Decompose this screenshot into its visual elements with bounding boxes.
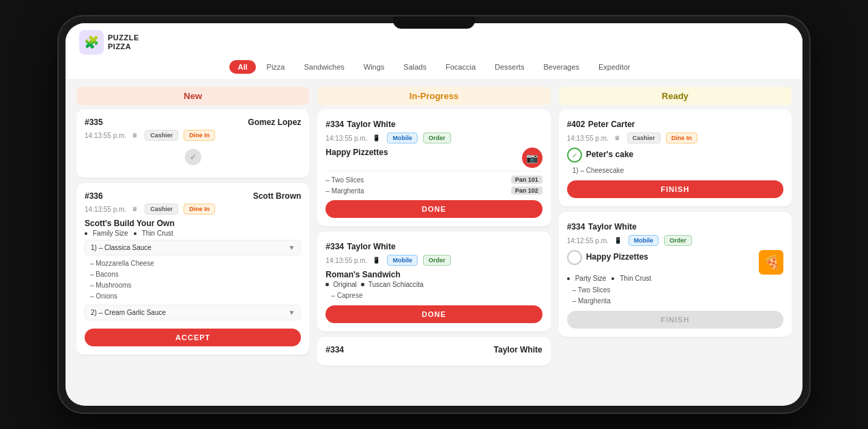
customer-scott: Scott Brown — [253, 191, 302, 201]
dot-crust-ready — [611, 277, 614, 280]
card-gomez-lopez: #335 Gomez Lopez 14:13:55 p.m. 🖥 Cashier… — [76, 109, 309, 178]
chevron-sauce2: ▼ — [288, 309, 295, 316]
card-meta-334-ready: 14:12:55 p.m. 📱 Mobile Order — [567, 235, 783, 246]
col-header-new: New — [76, 87, 309, 105]
slice-2-name: – Margherita — [326, 187, 364, 195]
nav-tab-expeditor[interactable]: Expeditor — [590, 60, 638, 74]
mobile-icon-334: 📱 — [373, 135, 380, 141]
order-id-334-1: #334 — [326, 120, 344, 129]
nav-tab-beverages[interactable]: Beverages — [535, 60, 588, 74]
mobile-icon-334-ready: 📱 — [614, 237, 622, 244]
order-id-336: #336 — [85, 191, 103, 201]
card-meta-334-2: 14:13:55 p.m. 📱 Mobile Order — [326, 255, 542, 266]
size-taylor-ready: Party Size — [575, 275, 607, 282]
badge-order-334: Order — [423, 133, 451, 143]
cashier-icon-402: 🖥 — [614, 135, 620, 141]
cashier-icon-335: 🖥 — [132, 132, 138, 139]
order-id-335: #335 — [85, 117, 103, 127]
badge-mobile-334-ready: Mobile — [628, 235, 659, 246]
dish-pizzettes: Happy Pizzettes — [326, 148, 388, 157]
size-row-scott: Family Size Thin Crust — [85, 230, 301, 237]
badge-cashier-402: Cashier — [627, 133, 661, 143]
time-334-2: 14:13:55 p.m. — [326, 257, 367, 264]
badge-order-334-2: Order — [423, 255, 451, 266]
camera-button[interactable]: 📷 — [522, 148, 542, 168]
accordion-sauce1[interactable]: 1) – Classica Sauce ▼ — [85, 240, 301, 255]
finish-button-402[interactable]: FINISH — [567, 180, 783, 198]
card-taylor-ready: #334 Taylor White 14:12:55 p.m. 📱 Mobile… — [559, 212, 792, 337]
logo-icon: 🧩 — [79, 30, 104, 55]
nav-tab-wings[interactable]: Wings — [356, 60, 393, 74]
crust-scott: Thin Crust — [142, 230, 173, 237]
slice-row-1: – Two Slices Pan 101 — [326, 174, 542, 185]
card-meta-334-1: 14:13:55 p.m. 📱 Mobile Order — [326, 133, 542, 143]
dish-peter: Peter's cake — [586, 150, 634, 159]
happy-piz-ready-row: Happy Pizzettes 🍕 — [567, 250, 783, 275]
check-row-peter: ✓ Peter's cake — [567, 148, 783, 163]
card-gomez-header: #335 Gomez Lopez — [85, 117, 301, 127]
cashier-icon-336: 🖥 — [132, 206, 138, 212]
check-row-taylor-ready: Happy Pizzettes — [567, 250, 648, 265]
dot-crust — [134, 232, 136, 235]
customer-gomez: Gomez Lopez — [248, 117, 301, 127]
slice-1-name: – Two Slices — [326, 176, 364, 184]
badge-cashier-335: Cashier — [145, 130, 178, 141]
card-scott-header: #336 Scott Brown — [85, 191, 301, 201]
sub-margherita-ready: – Margherita — [567, 296, 783, 307]
done-button-2[interactable]: DONE — [326, 305, 542, 323]
time-334-1: 14:13:55 p.m. — [326, 135, 367, 142]
header: 🧩 PUZZLEPIZZA All Pizza Sandwiches Wings… — [66, 23, 802, 80]
nav-tab-all[interactable]: All — [229, 60, 255, 74]
badge-mobile-334: Mobile — [387, 133, 418, 143]
pan-2-badge: Pan 102 — [511, 186, 542, 195]
badge-dinein-335: Dine In — [184, 130, 215, 141]
dish-scott: Scott's Build Your Own — [85, 219, 301, 228]
empty-circle-taylor — [567, 250, 582, 265]
dot-tuscan — [361, 283, 364, 286]
empty-status-335: ✓ — [185, 149, 201, 165]
col-header-inprogress: In-Progress — [317, 87, 550, 105]
done-button-1[interactable]: DONE — [326, 200, 542, 218]
column-new: #335 Gomez Lopez 14:13:55 p.m. 🖥 Cashier… — [76, 109, 309, 398]
accept-button-336[interactable]: ACCEPT — [85, 329, 301, 346]
badge-dinein-336: Dine In — [184, 204, 215, 214]
dish-taylor-ready: Happy Pizzettes — [586, 252, 648, 262]
logo-text: PUZZLEPIZZA — [108, 33, 139, 51]
badge-dinein-402: Dine In — [666, 133, 697, 143]
tablet-screen: 🧩 PUZZLEPIZZA All Pizza Sandwiches Wings… — [66, 23, 802, 406]
customer-taylor-1: Taylor White — [347, 120, 395, 129]
nav-tabs: All Pizza Sandwiches Wings Salads Focacc… — [229, 60, 638, 79]
dish-sandwich: Roman's Sandwich — [326, 270, 542, 279]
order-id-334-ready: #334 — [567, 222, 585, 232]
tablet-frame: 🧩 PUZZLEPIZZA All Pizza Sandwiches Wings… — [59, 16, 809, 413]
dot-size — [85, 232, 87, 235]
sub-onions: – Onions — [85, 291, 301, 302]
card-taylor-pizzettes: #334 Taylor White 14:13:55 p.m. 📱 Mobile… — [317, 109, 550, 226]
badge-mobile-334-2: Mobile — [387, 255, 418, 266]
sub-mushrooms: – Mushrooms — [85, 280, 301, 291]
customer-peter: Peter Carter — [588, 120, 635, 129]
roman-options-row: Original Tuscan Schiaccita — [326, 281, 542, 288]
option-tuscan: Tuscan Schiaccita — [368, 281, 424, 288]
nav-tab-salads[interactable]: Salads — [395, 60, 435, 74]
time-402: 14:13:55 p.m. — [567, 135, 609, 142]
card-tp-header: #334 Taylor White — [326, 117, 542, 130]
time-336: 14:13:55 p.m. — [85, 206, 126, 213]
column-ready: #402 Peter Carter 14:13:55 p.m. 🖥 Cashie… — [559, 109, 792, 398]
card-meta-402: 14:13:55 p.m. 🖥 Cashier Dine In — [567, 133, 783, 143]
sub-two-slices-ready: – Two Slices — [567, 285, 783, 296]
nav-tab-desserts[interactable]: Desserts — [487, 60, 532, 74]
badge-cashier-336: Cashier — [145, 204, 178, 214]
order-id-334-2: #334 — [326, 242, 344, 251]
accordion-sauce2[interactable]: 2) – Cream Garlic Sauce ▼ — [85, 305, 301, 320]
nav-tab-sandwiches[interactable]: Sandwiches — [295, 60, 352, 74]
sauce2-label: 2) – Cream Garlic Sauce — [91, 309, 166, 316]
nav-tab-pizza[interactable]: Pizza — [259, 60, 293, 74]
card-taylor-3-partial: #334 Taylor White — [317, 337, 550, 365]
nav-tab-focaccia[interactable]: Focaccia — [437, 60, 484, 74]
tablet-notch — [393, 16, 475, 29]
crust-taylor-ready: Thin Crust — [620, 275, 651, 282]
chevron-sauce1: ▼ — [288, 244, 295, 251]
header-top: 🧩 PUZZLEPIZZA — [79, 30, 789, 60]
badge-order-334-ready: Order — [664, 235, 692, 246]
